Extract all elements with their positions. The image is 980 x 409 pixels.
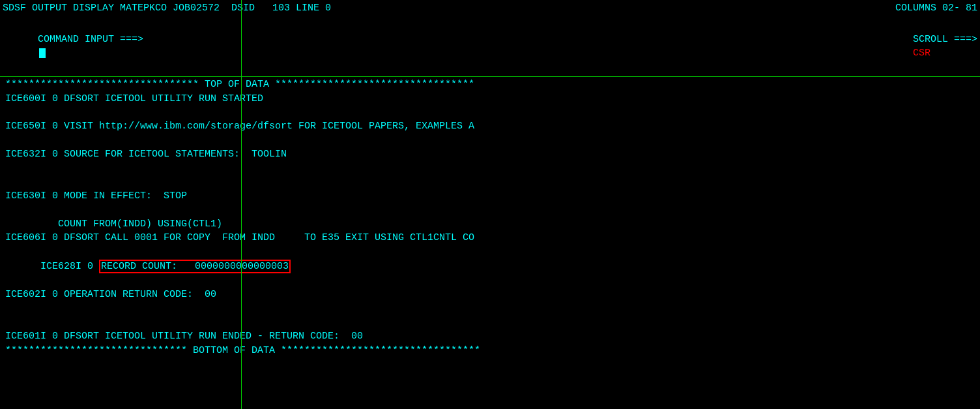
ice628-prefix: ICE628I 0 xyxy=(40,261,99,272)
terminal-window: SDSF OUTPUT DISPLAY MATEPKCO JOB02572 DS… xyxy=(0,0,980,409)
empty-line-2 xyxy=(3,134,977,147)
header-row1: SDSF OUTPUT DISPLAY MATEPKCO JOB02572 DS… xyxy=(0,0,980,17)
empty-line-6 xyxy=(3,302,977,316)
ice602-line: ICE602I 0 OPERATION RETURN CODE: 00 xyxy=(3,288,977,302)
command-input-label: COMMAND INPUT ===> xyxy=(3,18,143,75)
ice600-line: ICE600I 0 DFSORT ICETOOL UTILITY RUN STA… xyxy=(3,92,977,106)
empty-line-3 xyxy=(3,162,977,175)
bottom-of-data-line: ******************************* BOTTOM O… xyxy=(3,344,977,358)
cursor xyxy=(39,48,46,58)
scroll-csr-value: CSR xyxy=(913,48,930,59)
ice632-line: ICE632I 0 SOURCE FOR ICETOOL STATEMENTS:… xyxy=(3,147,977,162)
empty-line-4 xyxy=(3,175,977,189)
record-count-highlight: RECORD COUNT: 0000000000000003 xyxy=(99,260,291,273)
vertical-separator xyxy=(241,0,242,409)
ice601-line: ICE601I 0 DFSORT ICETOOL UTILITY RUN END… xyxy=(3,329,977,344)
empty-line-1 xyxy=(3,106,977,119)
columns-label: COLUMNS 02- 81 xyxy=(895,1,977,16)
empty-line-5 xyxy=(3,204,977,217)
ice650-line: ICE650I 0 VISIT http://www.ibm.com/stora… xyxy=(3,119,977,134)
ice628-line: ICE628I 0 RECORD COUNT: 0000000000000003 xyxy=(3,245,977,288)
header-title: SDSF OUTPUT DISPLAY MATEPKCO JOB02572 DS… xyxy=(3,1,331,16)
content-area: ********************************* TOP OF… xyxy=(0,78,980,358)
top-of-data-line: ********************************* TOP OF… xyxy=(3,78,977,92)
empty-line-7 xyxy=(3,316,977,329)
count-line: COUNT FROM(INDD) USING(CTL1) xyxy=(3,217,977,232)
ice630-line: ICE630I 0 MODE IN EFFECT: STOP xyxy=(3,189,977,204)
header-row2: COMMAND INPUT ===> SCROLL ===> CSR xyxy=(0,17,980,77)
ice606-line: ICE606I 0 DFSORT CALL 0001 FOR COPY FROM… xyxy=(3,231,977,245)
scroll-label: SCROLL ===> CSR xyxy=(878,18,977,75)
